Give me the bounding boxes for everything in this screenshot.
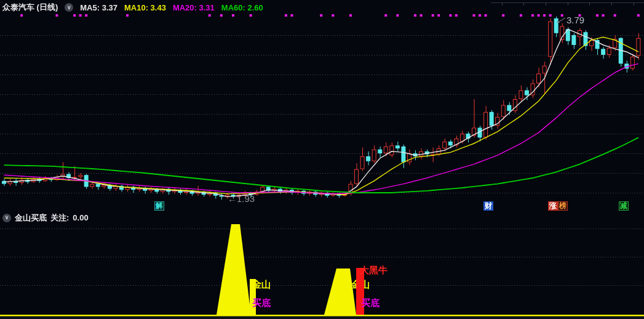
ma60-label: MA60: 2.60	[221, 3, 263, 12]
indicator-title: 金山买底	[15, 212, 47, 224]
chevron-down-icon[interactable]: ∨	[2, 214, 11, 222]
ma10-label: MA10: 3.43	[124, 3, 166, 12]
indicator-panel-header: ∨ 金山买底 关注: 0.00	[2, 212, 89, 223]
maidi-label-1: 买底	[252, 298, 271, 308]
maidi-label-2: 买底	[361, 298, 380, 308]
stock-chart-window: 众泰汽车 (日线) ∨ MA5: 3.37 MA10: 3.43 MA20: 3…	[0, 0, 644, 319]
low-price-annotation: ←1.93	[228, 193, 255, 204]
badge-char: 榜	[558, 201, 568, 211]
cai-badge[interactable]: 财	[483, 201, 493, 211]
ma5-label: MA5: 3.37	[80, 3, 117, 12]
badge-char: 解	[154, 201, 164, 211]
page-title: 众泰汽车 (日线)	[2, 2, 58, 13]
ma20-label: MA20: 3.31	[173, 3, 215, 12]
chart-overlay: 众泰汽车 (日线) ∨ MA5: 3.37 MA10: 3.43 MA20: 3…	[0, 0, 644, 319]
zhangbang-badge[interactable]: 涨榜	[548, 201, 568, 211]
jinshan-label-1: 金山	[252, 280, 271, 289]
badge-char: 减	[619, 201, 629, 211]
daheiniu-label: 大黑牛	[360, 265, 388, 275]
high-price-annotation: 3.79	[566, 15, 584, 25]
jian-badge[interactable]: 减	[619, 201, 629, 211]
main-chart-header: 众泰汽车 (日线) ∨ MA5: 3.37 MA10: 3.43 MA20: 3…	[2, 2, 491, 13]
indicator-field-label: 关注:	[50, 212, 69, 224]
indicator-field-value: 0.00	[73, 213, 88, 222]
badge-char: 财	[483, 201, 493, 211]
badge-char: 涨	[548, 201, 558, 211]
jie-badge[interactable]: 解	[154, 201, 164, 211]
chevron-down-icon[interactable]: ∨	[65, 3, 73, 12]
